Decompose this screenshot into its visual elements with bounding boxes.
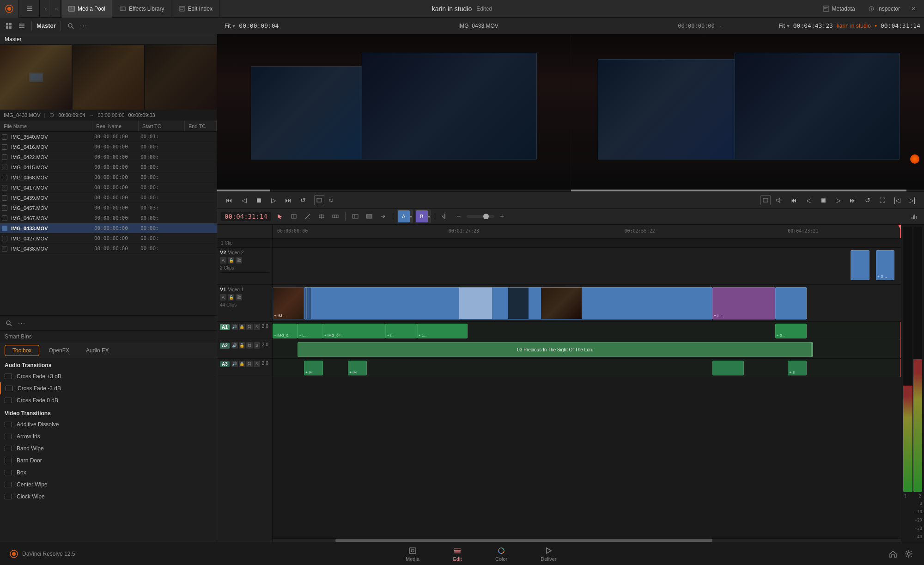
replace-btn[interactable] [377,210,389,222]
a1-clip-4[interactable]: + I... [386,324,417,338]
a3-audio-btn[interactable]: 🔊 [231,361,238,367]
tracks-scroll-area[interactable]: + S... + IM... [273,239,901,538]
effect-barn-door[interactable]: Barn Door [0,454,217,467]
transport-play-source[interactable]: ▷ [267,194,280,207]
fit-dropdown-left[interactable]: Fit ▾ [225,23,235,29]
source-view-mode-btn[interactable] [314,195,324,205]
prog-prev-edit[interactable]: |◁ [891,194,904,207]
forward-btn[interactable]: › [51,0,61,18]
a1-audio-btn[interactable]: 🔊 [231,324,238,330]
snap-btn[interactable] [439,210,451,222]
v2-auto-btn[interactable]: A [220,257,226,264]
a1-solo-btn[interactable]: S [254,324,260,330]
v1-after-purple[interactable] [775,287,807,319]
prog-stop[interactable]: ⏹ [817,194,830,207]
selection-tool-btn[interactable] [274,210,286,222]
metadata-btn[interactable]: Metadata [817,0,861,18]
grid-view-btn[interactable] [4,21,14,31]
a3-clip-1[interactable]: + IM [304,361,323,375]
timeline-scroll-thumb[interactable] [335,539,712,542]
razor-tool-btn[interactable] [302,210,314,222]
a1-clip-5[interactable]: + L... [417,324,468,338]
effect-band-wipe[interactable]: Band Wipe [0,442,217,454]
prog-fullscreen[interactable] [876,194,889,207]
v2-link-btn[interactable]: ⛓ [236,257,242,264]
inspector-btn[interactable]: Inspector [863,0,906,18]
more-options-media-btn[interactable]: ··· [79,21,89,31]
prog-to-start[interactable]: ⏮ [787,194,800,207]
v1-link-btn[interactable]: ⛓ [236,294,242,301]
v1-purple-clip[interactable]: + I... [712,287,775,319]
v1-auto-btn[interactable]: A [220,294,226,301]
zoom-handle[interactable] [483,214,489,219]
file-row-11[interactable]: IMG_0438.MOV 00:00:00:00 00:00: [0,244,217,254]
a1-lock-btn[interactable]: 🔒 [239,324,245,330]
media-pool-tab[interactable]: Media Pool [62,0,112,18]
color-b-btn[interactable]: B [416,210,428,222]
file-row-7[interactable]: IMG_0457.MOV 00:00:00:00 00:03: [0,203,217,213]
insert-btn[interactable] [349,210,361,222]
prog-to-end[interactable]: ⏭ [846,194,859,207]
search-files-btn[interactable] [4,318,14,328]
zoom-out-btn[interactable]: − [453,210,465,222]
a1-clip-2[interactable]: + L... [298,324,322,338]
a2-audio-btn[interactable]: 🔊 [231,342,238,349]
transport-step-back-source[interactable]: ◁ [237,194,250,207]
file-row-4[interactable]: IMG_0468.MOV 00:00:00:00 00:00: [0,172,217,183]
color-a-btn[interactable]: A [398,210,410,222]
file-row-8[interactable]: IMG_0467.MOV 00:00:00:00 00:00: [0,213,217,223]
a1-clip-1[interactable]: + IMG_0... [273,324,298,338]
dynamic-trim-btn[interactable] [329,210,341,222]
a3-lock-btn[interactable]: 🔒 [239,361,245,367]
timeline-scrollbar[interactable] [273,538,901,542]
more-options-search-btn[interactable]: ··· [17,318,27,328]
source-progress-bar[interactable] [217,190,571,191]
overwrite-btn[interactable] [363,210,375,222]
back-btn[interactable]: ‹ [41,0,50,18]
a1-clip-6[interactable]: + S... [775,324,807,338]
nav-deliver[interactable]: Deliver [533,544,564,564]
v1-main-clips[interactable] [304,287,712,319]
effect-cross-fade-3db-pos[interactable]: Cross Fade +3 dB [0,370,217,382]
file-row-10[interactable]: IMG_0427.MOV 00:00:00:00 00:00: [0,233,217,244]
file-row-1[interactable]: IMG_0416.MOV 00:00:00:00 00:00: [0,142,217,152]
a3-clip-3[interactable] [712,361,744,375]
a2-link-btn[interactable]: ⛓ [246,342,253,349]
effect-cross-fade-0db[interactable]: Cross Fade 0 dB [0,394,217,406]
prog-next-edit[interactable]: ▷| [906,194,918,207]
v1-lock-btn[interactable]: 🔒 [228,294,234,301]
a2-main-clip[interactable]: 03 Precious In The Sight Of The Lord [298,342,813,357]
prog-step-back[interactable]: ◁ [802,194,815,207]
close-btn[interactable]: ✕ [907,0,919,18]
source-audio-btn[interactable] [326,195,336,205]
file-row-5[interactable]: IMG_0417.MOV 00:00:00:00 00:00: [0,183,217,193]
edit-index-tab[interactable]: Edit Index [172,0,219,18]
effect-arrow-iris[interactable]: Arrow Iris [0,430,217,442]
transport-to-start-source[interactable]: ⏮ [223,194,236,207]
fit-dropdown-right[interactable]: Fit ▾ [778,23,789,29]
nav-media[interactable]: Media [398,544,427,564]
effect-clock-wipe[interactable]: Clock Wipe [0,491,217,503]
effects-library-tab[interactable]: Effects Library [113,0,171,18]
file-row-2[interactable]: IMG_0422.MOV 00:00:00:00 00:00: [0,152,217,162]
workspace-btn[interactable] [20,0,40,18]
a3-solo-btn[interactable]: S [254,361,260,367]
a2-lock-btn[interactable]: 🔒 [239,342,245,349]
a2-solo-btn[interactable]: S [254,342,260,349]
file-row-9-selected[interactable]: IMG_0433.MOV 00:00:00:00 00:00: [0,223,217,233]
v2-lock-btn[interactable]: 🔒 [228,257,234,264]
audio-meter-btn[interactable] [908,210,920,222]
transport-loop-source[interactable]: ↺ [297,194,310,207]
file-row-6[interactable]: IMG_0439.MOV 00:00:00:00 00:00: [0,193,217,203]
prog-play[interactable]: ▷ [832,194,845,207]
effect-center-wipe[interactable]: Center Wipe [0,479,217,491]
list-view-btn[interactable] [17,21,27,31]
slip-tool-btn[interactable] [316,210,328,222]
home-btn[interactable] [887,548,899,560]
transport-to-end-source[interactable]: ⏭ [282,194,295,207]
prog-loop[interactable]: ↺ [861,194,874,207]
program-view-mode-btn[interactable] [760,195,771,205]
trim-tool-btn[interactable] [288,210,300,222]
settings-btn[interactable] [903,548,915,560]
a3-link-btn[interactable]: ⛓ [246,361,253,367]
